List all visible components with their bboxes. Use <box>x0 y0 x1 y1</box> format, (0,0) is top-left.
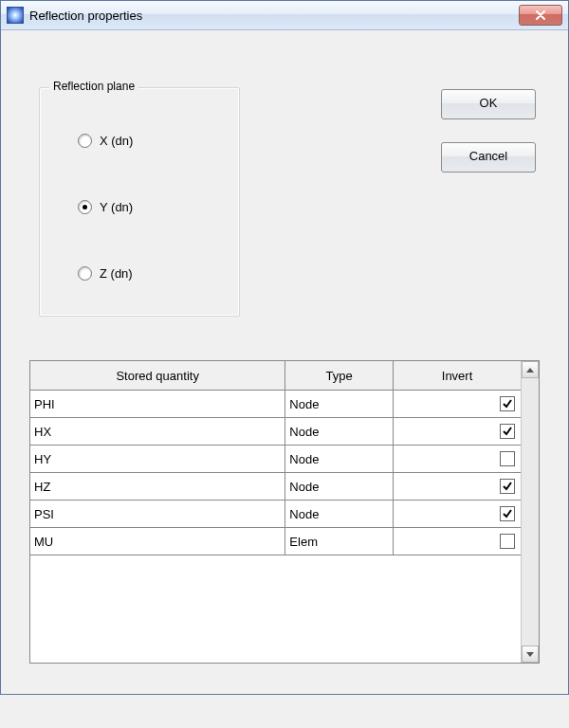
table-row[interactable]: PHINode <box>30 391 521 418</box>
radio-icon <box>78 266 92 281</box>
invert-checkbox[interactable] <box>500 479 515 494</box>
col-stored-quantity[interactable]: Stored quantity <box>30 361 285 391</box>
cell-stored-quantity: HX <box>30 418 285 446</box>
radio-label: X (dn) <box>100 134 133 148</box>
table-row[interactable]: HZNode <box>30 473 521 500</box>
radio-icon <box>78 134 92 148</box>
table-row[interactable]: HYNode <box>30 446 521 473</box>
invert-checkbox[interactable] <box>500 424 515 439</box>
invert-checkbox[interactable] <box>500 506 515 521</box>
table-header-row: Stored quantity Type Invert <box>30 361 521 391</box>
cell-invert <box>394 500 521 528</box>
table-row[interactable]: HXNode <box>30 418 521 446</box>
invert-checkbox[interactable] <box>500 534 515 549</box>
cell-type: Elem <box>285 528 394 555</box>
cell-stored-quantity: HY <box>30 446 285 473</box>
close-button[interactable] <box>519 5 562 26</box>
cell-stored-quantity: PHI <box>30 391 285 418</box>
invert-checkbox[interactable] <box>500 451 515 466</box>
dialog-window: Reflection properties Reflection plane X… <box>0 0 569 695</box>
cancel-button[interactable]: Cancel <box>441 142 536 173</box>
cell-stored-quantity: MU <box>30 528 285 555</box>
cell-type: Node <box>285 418 394 446</box>
cell-type: Node <box>285 473 394 500</box>
app-icon <box>7 7 24 24</box>
client-area: Reflection plane X (dn) Y (dn) Z (dn) OK… <box>1 30 568 694</box>
quantity-table-container: Stored quantity Type Invert PHINodeHXNod… <box>29 360 540 664</box>
cell-type: Node <box>285 500 394 528</box>
titlebar[interactable]: Reflection properties <box>1 1 568 30</box>
table-row[interactable]: PSINode <box>30 500 521 528</box>
table-row[interactable]: MUElem <box>30 528 521 555</box>
radio-y[interactable]: Y (dn) <box>78 200 133 214</box>
close-icon <box>535 10 546 20</box>
cell-invert <box>394 391 521 418</box>
cell-invert <box>394 528 521 555</box>
cell-invert <box>394 446 521 473</box>
radio-x[interactable]: X (dn) <box>78 134 133 148</box>
cell-type: Node <box>285 446 394 473</box>
quantity-table: Stored quantity Type Invert PHINodeHXNod… <box>30 361 521 663</box>
reflection-plane-group: Reflection plane X (dn) Y (dn) Z (dn) <box>39 87 240 317</box>
window-title: Reflection properties <box>29 9 142 23</box>
cell-stored-quantity: PSI <box>30 500 285 528</box>
radio-label: Y (dn) <box>100 200 133 214</box>
groupbox-title: Reflection plane <box>49 80 138 93</box>
cell-type: Node <box>285 391 394 418</box>
col-type[interactable]: Type <box>285 361 394 391</box>
radio-icon <box>78 200 92 214</box>
radio-label: Z (dn) <box>100 266 133 281</box>
cell-invert <box>394 418 521 446</box>
scroll-down-button[interactable] <box>522 646 539 663</box>
cell-stored-quantity: HZ <box>30 473 285 500</box>
invert-checkbox[interactable] <box>500 396 515 411</box>
scroll-up-button[interactable] <box>522 361 539 378</box>
cell-invert <box>394 473 521 500</box>
radio-z[interactable]: Z (dn) <box>78 266 133 281</box>
ok-button[interactable]: OK <box>441 89 536 119</box>
vertical-scrollbar[interactable] <box>521 361 539 663</box>
col-invert[interactable]: Invert <box>394 361 521 391</box>
